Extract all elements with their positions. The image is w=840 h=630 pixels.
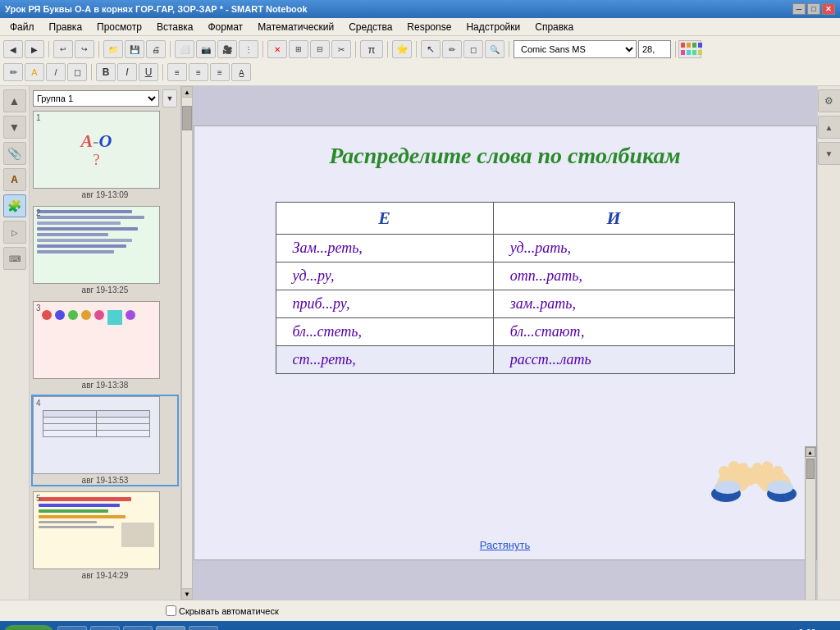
nav-down-button[interactable]: ▼: [3, 116, 26, 139]
underline-button[interactable]: U: [139, 63, 158, 81]
slide-number-3: 3: [36, 304, 41, 313]
puzzle-button[interactable]: 🧩: [3, 194, 26, 217]
highlight-button[interactable]: A: [25, 63, 44, 81]
group-menu-button[interactable]: ▼: [162, 89, 177, 107]
separator6: [387, 41, 388, 57]
auto-hide-checkbox[interactable]: [166, 605, 176, 616]
table-row-4: ст...реть,расст...лать: [276, 346, 734, 374]
keyboard-button[interactable]: ⌨: [3, 247, 26, 270]
print-button[interactable]: 🖨: [146, 40, 166, 58]
redo-button[interactable]: ↪: [75, 40, 94, 58]
menu-math[interactable]: Математический: [251, 20, 340, 34]
scroll-up-arrow[interactable]: ▲: [181, 86, 193, 98]
menu-file[interactable]: Файл: [3, 20, 41, 34]
taskbar-app-button[interactable]: 📋: [189, 626, 218, 630]
screen-button[interactable]: ⬜: [175, 40, 194, 58]
right-settings-button[interactable]: ⚙: [818, 89, 841, 112]
eraser-tool[interactable]: ◻: [463, 40, 483, 58]
nav-up-button[interactable]: ▲: [3, 89, 26, 112]
toolbar-area: ◀ ▶ ↩ ↪ 📁 💾 🖨 ⬜ 📷 🎥 ⋮ ✕ ⊞ ⊟ ✂ π ⭐ ↖ ✏ ◻ …: [0, 36, 840, 86]
right-down-button[interactable]: ▼: [818, 142, 841, 165]
pointer-button[interactable]: ⋮: [239, 40, 258, 58]
slide-thumb-1: 1 А-О ?: [33, 111, 160, 189]
group-header: Группа 1 ▼: [33, 89, 177, 107]
menu-insert[interactable]: Вставка: [150, 20, 200, 34]
forward-button[interactable]: ▶: [25, 40, 44, 58]
camera-button[interactable]: 📷: [196, 40, 216, 58]
bottom-bar: Скрывать автоматическ: [0, 600, 840, 621]
table-scroll-thumb[interactable]: [806, 459, 815, 479]
start-button[interactable]: ⊞ Пуск: [3, 625, 54, 630]
group-select[interactable]: Группа 1: [33, 90, 159, 107]
close-button[interactable]: ✕: [822, 3, 835, 15]
bold-button[interactable]: B: [96, 63, 116, 81]
scroll-track: [182, 98, 192, 588]
delete-button[interactable]: ✕: [267, 40, 287, 58]
slide-item-5[interactable]: 5 авг 19-14:29: [33, 491, 177, 580]
menu-format[interactable]: Формат: [201, 20, 249, 34]
stretch-link[interactable]: Растянуть: [194, 539, 816, 551]
slide-item-1[interactable]: 1 А-О ? авг 19-13:09: [33, 111, 177, 199]
taskbar-word-button[interactable]: W: [156, 626, 185, 630]
line-button[interactable]: /: [46, 63, 66, 81]
save-button[interactable]: 💾: [125, 40, 144, 58]
table-button[interactable]: ⊟: [310, 40, 330, 58]
color-picker-button[interactable]: [680, 40, 700, 58]
erase-button[interactable]: ◻: [67, 63, 87, 81]
taskbar-media-button[interactable]: ▶: [123, 626, 153, 630]
table-scroll-up[interactable]: ▲: [806, 447, 815, 457]
text-format-button[interactable]: A̲: [231, 63, 251, 81]
video-button[interactable]: 🎥: [217, 40, 237, 58]
slide-panel-scrollbar[interactable]: ▲ ▼: [181, 86, 193, 600]
menu-response[interactable]: Response: [400, 20, 458, 34]
menu-view[interactable]: Просмотр: [90, 20, 148, 34]
undo-button[interactable]: ↩: [53, 40, 73, 58]
maximize-button[interactable]: □: [807, 3, 820, 15]
star-button[interactable]: ⭐: [392, 40, 412, 58]
table-scrollbar[interactable]: ▲ ▼: [805, 446, 816, 600]
menu-tools[interactable]: Средства: [342, 20, 399, 34]
pen-draw-button[interactable]: ✏: [3, 63, 23, 81]
expand-button[interactable]: ▷: [3, 221, 26, 244]
open-button[interactable]: 📁: [103, 40, 123, 58]
menu-edit[interactable]: Правка: [43, 20, 89, 34]
scroll-down-arrow[interactable]: ▼: [181, 588, 193, 600]
align-right-button[interactable]: ≡: [210, 63, 230, 81]
word-table: Е И Зам...реть,уд...рать,уд...ру,отп...р…: [276, 202, 735, 374]
pi-button[interactable]: π: [360, 40, 383, 58]
font-size-input[interactable]: [638, 40, 671, 58]
slide-item-3[interactable]: 3 авг 19-13:38: [33, 301, 177, 390]
scissors-button[interactable]: ✂: [331, 40, 351, 58]
slide-label-1: авг 19-13:09: [33, 190, 177, 199]
pen-tool[interactable]: ✏: [442, 40, 462, 58]
text-tool-side[interactable]: A: [3, 168, 26, 191]
titlebar: Урок РЯ Буквы О-А в корнях ГОР-ГАР, ЗОР-…: [0, 0, 840, 18]
menu-addons[interactable]: Надстройки: [459, 20, 527, 34]
slide-item-2[interactable]: 2 авг 19-13:25: [33, 206, 177, 294]
right-up-button[interactable]: ▲: [818, 116, 841, 139]
align-left-button[interactable]: ≡: [167, 63, 187, 81]
cursor-tool[interactable]: ↖: [421, 40, 441, 58]
slide-thumb-4: 4: [33, 396, 160, 474]
menu-help[interactable]: Справка: [528, 20, 580, 34]
scroll-thumb[interactable]: [182, 106, 192, 130]
back-button[interactable]: ◀: [3, 40, 23, 58]
align-center-button[interactable]: ≡: [189, 63, 208, 81]
taskbar-explorer-button[interactable]: 🗂: [57, 626, 87, 630]
font-select[interactable]: Comic Sans MS: [514, 40, 637, 58]
slide-item-4[interactable]: 4 авг 19-13:53: [33, 396, 177, 485]
taskbar-ie-button[interactable]: 🌐: [90, 626, 120, 630]
zoom-tool[interactable]: 🔍: [485, 40, 504, 58]
grid-button[interactable]: ⊞: [289, 40, 308, 58]
auto-hide-label: Скрывать автоматическ: [166, 605, 279, 616]
clap-hands-svg: [710, 436, 800, 510]
italic-button[interactable]: I: [117, 63, 137, 81]
content-area: Распределите слова по столбикам Е И Зам.…: [193, 86, 817, 600]
minimize-button[interactable]: ─: [792, 3, 806, 15]
attachment-button[interactable]: 📎: [3, 142, 26, 165]
slide-number-5: 5: [36, 494, 41, 503]
slide-label-3: авг 19-13:38: [33, 381, 177, 390]
slide4-table: [43, 410, 150, 437]
slide5-image: [121, 523, 154, 547]
separator8: [509, 41, 509, 57]
